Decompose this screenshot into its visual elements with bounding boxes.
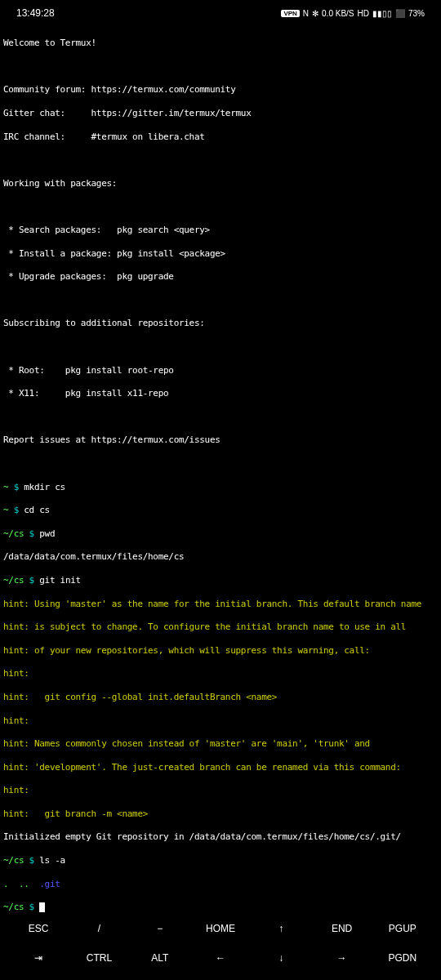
ls-output: . .. .git [3, 879, 438, 890]
blank-line [3, 295, 438, 306]
prompt-line: ~ $ cd cs [3, 505, 438, 516]
git-hint: hint: 'development'. The just-created br… [3, 762, 438, 773]
blank-line [3, 154, 438, 166]
key-left[interactable]: ← [190, 946, 251, 970]
key-slash[interactable]: / [69, 916, 129, 941]
gitter-line: Gitter chat: https://gitter.im/termux/te… [3, 108, 438, 119]
repo-root: * Root: pkg install root-repo [3, 365, 438, 376]
key-tab[interactable]: ⇥ [8, 946, 69, 970]
network-speed: 0.0 KB/S [322, 9, 354, 18]
issues-line: Report issues at https://termux.com/issu… [3, 434, 438, 446]
git-hint: hint: [3, 715, 438, 727]
prompt-line: ~/cs $ git init [3, 575, 438, 586]
key-esc[interactable]: ESC [8, 916, 69, 941]
prompt-line: ~/cs $ pwd [3, 528, 438, 540]
git-hint: hint: Names commonly chosen instead of '… [3, 738, 438, 750]
prompt-line: ~/cs $ [3, 902, 438, 913]
git-hint: hint: git config --global init.defaultBr… [3, 692, 438, 703]
battery-percent: 73% [408, 9, 425, 18]
pwd-output: /data/data/com.termux/files/home/cs [3, 551, 438, 563]
blank-line [3, 61, 438, 73]
signal-icon: ▮▮▯▯ [372, 9, 392, 18]
git-hint: hint: is subject to change. To configure… [3, 621, 438, 633]
key-ctrl[interactable]: CTRL [69, 946, 129, 970]
terminal-output[interactable]: Welcome to Termux! Community forum: http… [0, 26, 441, 925]
blank-line [3, 341, 438, 353]
extra-keys-row-1: ESC / − HOME ↑ END PGUP [0, 916, 441, 941]
git-hint: hint: Using 'master' as the name for the… [3, 599, 438, 610]
welcome-title: Welcome to Termux! [3, 38, 438, 49]
pkg-search: * Search packages: pkg search <query> [3, 225, 438, 236]
key-up[interactable]: ↑ [251, 916, 311, 941]
key-home[interactable]: HOME [190, 916, 251, 941]
key-alt[interactable]: ALT [130, 946, 190, 970]
pkg-header: Working with packages: [3, 178, 438, 189]
pkg-upgrade: * Upgrade packages: pkg upgrade [3, 271, 438, 283]
git-hint: hint: git branch -m <name> [3, 808, 438, 820]
blank-line [3, 201, 438, 212]
blank-line [3, 458, 438, 470]
key-end[interactable]: END [311, 916, 372, 941]
hd-icon: HD [358, 9, 369, 18]
bluetooth-icon: ✻ [312, 9, 318, 18]
repo-header: Subscribing to additional repositories: [3, 318, 438, 329]
extra-keys-row-2: ⇥ CTRL ALT ← ↓ → PGDN [0, 946, 441, 970]
git-hint: hint: of your new repositories, which wi… [3, 645, 438, 657]
key-down[interactable]: ↓ [251, 946, 311, 970]
prompt-line: ~ $ mkdir cs [3, 482, 438, 493]
prompt-line: ~/cs $ ls -a [3, 855, 438, 866]
repo-x11: * X11: pkg install x11-repo [3, 388, 438, 399]
status-indicators: VPN N ✻ 0.0 KB/S HD ▮▮▯▯ ⬛ 73% [281, 9, 425, 18]
blank-line [3, 412, 438, 423]
key-pgdn[interactable]: PGDN [372, 946, 433, 970]
git-hint: hint: [3, 785, 438, 796]
pkg-install: * Install a package: pkg install <packag… [3, 248, 438, 260]
key-pgup[interactable]: PGUP [372, 916, 433, 941]
status-time: 13:49:28 [16, 7, 55, 19]
vpn-icon: VPN [281, 10, 299, 17]
nfc-icon: N [303, 9, 309, 18]
key-right[interactable]: → [311, 946, 372, 970]
irc-line: IRC channel: #termux on libera.chat [3, 131, 438, 143]
cursor[interactable] [39, 902, 45, 912]
battery-icon: ⬛ [395, 9, 405, 18]
git-hint: hint: [3, 668, 438, 679]
status-bar: 13:49:28 VPN N ✻ 0.0 KB/S HD ▮▮▯▯ ⬛ 73% [0, 0, 441, 26]
forum-line: Community forum: https://termux.com/comm… [3, 84, 438, 96]
key-minus[interactable]: − [130, 916, 190, 941]
git-init-output: Initialized empty Git repository in /dat… [3, 831, 438, 843]
